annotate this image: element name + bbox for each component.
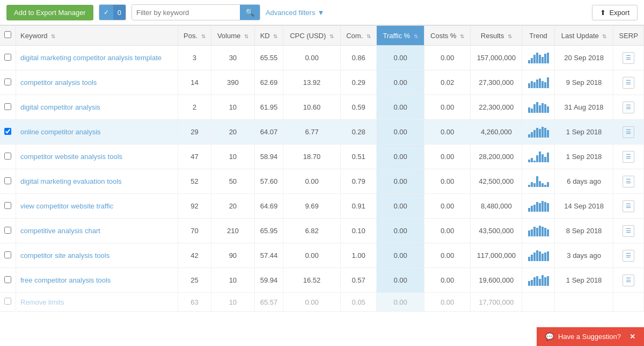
advanced-filters-label: Advanced filters xyxy=(266,9,316,17)
results-cell: 19,600,000 xyxy=(471,268,522,293)
col-header-results[interactable]: Results ⇅ xyxy=(471,26,522,46)
search-input[interactable] xyxy=(132,5,240,20)
advanced-filters-button[interactable]: Advanced filters ▼ xyxy=(266,9,324,17)
trend-bar-segment xyxy=(528,160,530,162)
volume-cell: 10 xyxy=(211,268,254,293)
serp-icon[interactable]: ☰ xyxy=(623,225,634,237)
trend-bar-segment xyxy=(544,157,546,162)
col-header-costs[interactable]: Costs % ⇅ xyxy=(424,26,470,46)
trend-bar-segment xyxy=(541,57,544,63)
col-header-cpc[interactable]: CPC (USD) ⇅ xyxy=(283,26,340,46)
row-checkbox[interactable] xyxy=(4,251,11,258)
trend-bar-segment xyxy=(544,82,546,88)
com-cell: 1.00 xyxy=(340,243,377,268)
header-checkbox[interactable] xyxy=(0,26,16,46)
row-checkbox[interactable] xyxy=(4,227,11,234)
serp-icon[interactable]: ☰ xyxy=(623,200,634,212)
faded-checkbox[interactable] xyxy=(4,298,11,305)
row-checkbox-cell[interactable] xyxy=(0,194,16,219)
col-header-traffic[interactable]: Traffic % ⇅ xyxy=(377,26,425,46)
row-checkbox-cell[interactable] xyxy=(0,219,16,243)
serp-cell[interactable]: ☰ xyxy=(613,120,644,145)
serp-cell[interactable]: ☰ xyxy=(613,219,644,243)
keyword-link[interactable]: view competitor website traffic xyxy=(20,202,113,210)
trend-bar-segment xyxy=(541,254,544,261)
row-checkbox-cell[interactable] xyxy=(0,95,16,120)
serp-icon[interactable]: ☰ xyxy=(623,151,634,163)
selected-count: 0 xyxy=(113,5,126,20)
serp-cell[interactable]: ☰ xyxy=(613,243,644,268)
trend-bar xyxy=(528,224,549,236)
trend-bar-segment xyxy=(547,203,549,212)
keyword-link[interactable]: digital marketing evaluation tools xyxy=(20,177,122,185)
keyword-link[interactable]: competitor website analysis tools xyxy=(20,153,122,161)
add-to-export-button[interactable]: Add to Export Manager xyxy=(6,5,93,20)
col-header-pos[interactable]: Pos. ⇅ xyxy=(178,26,211,46)
row-checkbox-cell[interactable] xyxy=(0,46,16,70)
serp-cell[interactable]: ☰ xyxy=(613,169,644,194)
row-checkbox-cell[interactable] xyxy=(0,145,16,169)
serp-cell[interactable]: ☰ xyxy=(613,95,644,120)
row-checkbox[interactable] xyxy=(4,202,11,209)
col-header-com[interactable]: Com. ⇅ xyxy=(340,26,377,46)
serp-icon[interactable]: ☰ xyxy=(623,52,634,64)
trend-bar-segment xyxy=(539,279,541,286)
keyword-link[interactable]: competitor site analysis tools xyxy=(20,251,109,260)
serp-cell[interactable]: ☰ xyxy=(613,46,644,70)
trend-bar-segment xyxy=(531,206,533,212)
keyword-link[interactable]: competitive analysis chart xyxy=(20,227,100,235)
col-header-kd[interactable]: KD ⇅ xyxy=(254,26,283,46)
col-header-volume[interactable]: Volume ⇅ xyxy=(211,26,254,46)
kd-cell: 57.60 xyxy=(254,169,283,194)
row-checkbox-cell[interactable] xyxy=(0,243,16,268)
remove-limits-link[interactable]: Remove limits xyxy=(20,298,64,306)
keyword-table: Keyword ⇅ Pos. ⇅ Volume ⇅ KD ⇅ CPC (USD)… xyxy=(0,25,644,312)
table-row: view competitor website traffic 92 20 64… xyxy=(0,194,644,219)
trend-bar-segment xyxy=(544,104,546,113)
costs-cell: 0.00 xyxy=(424,120,470,145)
row-checkbox[interactable] xyxy=(4,128,11,135)
serp-cell[interactable]: ☰ xyxy=(613,145,644,169)
row-checkbox[interactable] xyxy=(4,177,11,184)
row-checkbox-cell[interactable] xyxy=(0,120,16,145)
checkbox-badge[interactable]: ✓ 0 xyxy=(99,4,126,20)
serp-cell[interactable]: ☰ xyxy=(613,194,644,219)
select-all-checkbox[interactable]: ✓ xyxy=(99,5,113,20)
row-checkbox[interactable] xyxy=(4,103,11,110)
trend-bar-segment xyxy=(533,82,536,88)
row-checkbox[interactable] xyxy=(4,78,11,85)
cpc-cell: 13.92 xyxy=(283,70,340,95)
volume-cell: 10 xyxy=(211,95,254,120)
serp-icon[interactable]: ☰ xyxy=(623,102,634,113)
row-checkbox[interactable] xyxy=(4,276,11,283)
row-checkbox[interactable] xyxy=(4,153,11,160)
serp-icon[interactable]: ☰ xyxy=(623,126,634,138)
col-header-keyword[interactable]: Keyword ⇅ xyxy=(16,26,178,46)
keyword-link[interactable]: online competitor analysis xyxy=(20,128,101,136)
serp-icon[interactable]: ☰ xyxy=(623,77,634,89)
keyword-link[interactable]: free competitor analysis tools xyxy=(20,276,111,284)
serp-cell[interactable]: ☰ xyxy=(613,268,644,293)
pos-cell: 29 xyxy=(178,120,211,145)
trend-bar-segment xyxy=(536,102,538,113)
select-all-header-checkbox[interactable] xyxy=(4,31,11,38)
col-header-lastupdate[interactable]: Last Update ⇅ xyxy=(554,26,613,46)
row-checkbox-cell[interactable] xyxy=(0,70,16,95)
export-button[interactable]: ⬆ Export xyxy=(592,5,638,20)
serp-icon[interactable]: ☰ xyxy=(623,275,634,286)
kd-cell: 59.94 xyxy=(254,268,283,293)
trend-bar-segment xyxy=(528,257,530,261)
trend-cell xyxy=(522,95,554,120)
serp-icon[interactable]: ☰ xyxy=(623,250,634,262)
row-checkbox-cell[interactable] xyxy=(0,169,16,194)
sort-icon-results: ⇅ xyxy=(508,33,512,39)
keyword-link[interactable]: digital competitor analysis xyxy=(20,103,100,111)
keyword-link[interactable]: digital marketing competitor analysis te… xyxy=(20,54,162,62)
faded-kd: 65.57 xyxy=(254,293,283,312)
serp-cell[interactable]: ☰ xyxy=(613,70,644,95)
search-button[interactable]: 🔍 xyxy=(240,5,260,20)
keyword-link[interactable]: competitor analysis tools xyxy=(20,78,97,86)
serp-icon[interactable]: ☰ xyxy=(623,176,634,188)
row-checkbox[interactable] xyxy=(4,54,11,61)
row-checkbox-cell[interactable] xyxy=(0,268,16,293)
